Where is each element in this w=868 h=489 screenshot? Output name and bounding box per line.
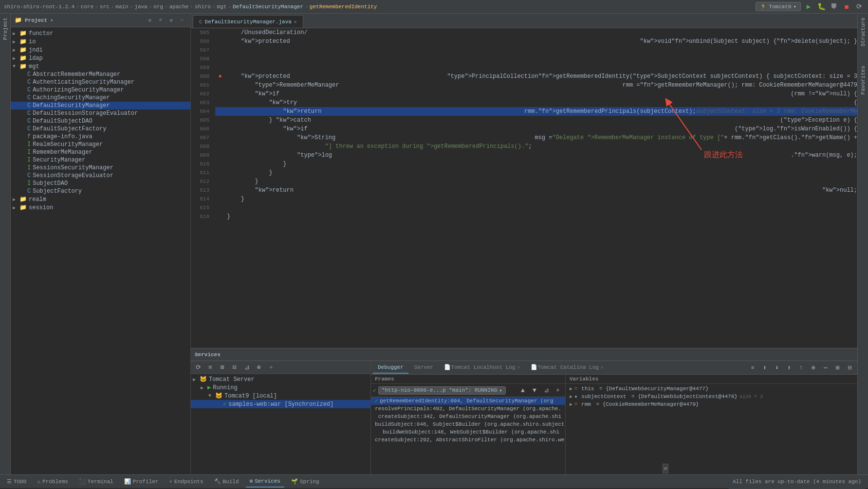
tree-item-functor[interactable]: ▶ 📁 functor	[11, 29, 190, 37]
code-line-610: 610 }	[191, 160, 857, 168]
samples-web-item[interactable]: ✓ samples-web:war [Synchronized]	[191, 400, 370, 408]
frame-item-1[interactable]: resolvePrincipals:492, DefaultSecurityMa…	[371, 405, 565, 413]
frame-item-2[interactable]: createSubject:342, DefaultSecurityManage…	[371, 413, 565, 420]
breadcrumb-part[interactable]: mgt	[217, 4, 227, 10]
tomcat-server-item[interactable]: ▶ 🐱 Tomcat Server	[191, 375, 370, 383]
breadcrumb-file[interactable]: DefaultSecurityManager	[233, 4, 303, 10]
pin-icon[interactable]: ⊕	[254, 362, 264, 373]
tree-item-remembermemanager[interactable]: I RememberMeManager	[11, 148, 190, 156]
tree-item-subjectdao[interactable]: I SubjectDAO	[11, 180, 190, 187]
frames-down[interactable]: ▼	[529, 385, 540, 396]
tab-close-icon[interactable]: ✕	[294, 19, 297, 25]
breadcrumb-part[interactable]: java	[134, 4, 147, 10]
code-container[interactable]: 595 /UnusedDeclaration/596 "kw">protecte…	[191, 28, 857, 348]
running-item[interactable]: ▶ ▶ Running	[191, 383, 370, 392]
tree-item-package-info-java[interactable]: f package-info.java	[11, 133, 190, 141]
dbg-icon-3[interactable]: ⊟	[845, 362, 855, 373]
bottom-tab-profiler[interactable]: 📊 Profiler	[120, 476, 163, 488]
tomcat9-item[interactable]: ▼ 🐱 Tomcat9 [local]	[191, 392, 370, 400]
run-button[interactable]: ▶	[804, 2, 813, 12]
collapse-all-icon[interactable]: ≡	[205, 362, 216, 373]
dbg-icon-1[interactable]: ≡	[747, 362, 758, 373]
tree-item-defaultsubjectdao[interactable]: C DefaultSubjectDAO	[11, 117, 190, 125]
frame-item-5[interactable]: createSubject:292, AbstractShiroFilter (…	[371, 436, 565, 444]
bottom-tab-services[interactable]: ⚙ Services	[246, 476, 284, 488]
tree-item-defaultsubjectfactory[interactable]: C DefaultSubjectFactory	[11, 125, 190, 133]
tab-tomcat-catalina-log[interactable]: 📄 Tomcat Catalina Log ✕	[526, 362, 608, 374]
tree-item-authenticatingsecuritymanager[interactable]: C AuthenticatingSecurityManager	[11, 78, 190, 86]
tree-item-abstractremembermemanager[interactable]: C AbstractRememberMeManager	[11, 71, 190, 78]
tree-item-cachingsecuritymanager[interactable]: C CachingSecurityManager	[11, 94, 190, 102]
breadcrumb-part[interactable]: shiro	[195, 4, 211, 10]
dbg-eval[interactable]: ⊕	[808, 362, 819, 373]
tree-item-defaultsecuritymanager[interactable]: C DefaultSecurityManager	[11, 102, 190, 109]
tree-item-sessionssecuritymanager[interactable]: I SessionsSecurityManager	[11, 164, 190, 172]
breadcrumb-part[interactable]: main	[115, 4, 128, 10]
breadcrumb-part[interactable]: src	[100, 4, 110, 10]
settings-icon[interactable]: ⚙	[167, 16, 176, 25]
frames-filter-icon[interactable]: ⊿	[541, 385, 552, 396]
breadcrumb-part[interactable]: org	[153, 4, 163, 10]
frames-up[interactable]: ▲	[517, 385, 528, 396]
breadcrumb-part[interactable]: core	[81, 4, 93, 10]
stop-button[interactable]: ◼	[842, 2, 851, 12]
locate-icon[interactable]: ⊕	[146, 16, 154, 25]
bottom-tab-endpoints[interactable]: ⚡ Endpoints	[165, 476, 207, 488]
running-icon: ▶	[207, 384, 211, 391]
frame-item-4[interactable]: buildWebSubject:148, WebSubject$Builder …	[371, 428, 565, 436]
tree-item-io[interactable]: ▶ 📁 io	[11, 37, 190, 46]
tree-item-defaultsessionstorageevaluator[interactable]: C DefaultSessionStorageEvaluator	[11, 109, 190, 117]
close-panel-icon[interactable]: —	[178, 16, 186, 25]
dbg-run-cursor[interactable]: ↑	[796, 362, 807, 373]
code-line-612: 612 }	[191, 177, 857, 186]
frames-add-icon[interactable]: +	[553, 385, 563, 396]
tree-item-jndi[interactable]: ▶ 📁 jndi	[11, 46, 190, 54]
tree-item-securitymanager[interactable]: I SecurityManager	[11, 156, 190, 164]
breakpoint-icon[interactable]: ●	[218, 72, 222, 81]
tree-item-ldap[interactable]: ▶ 📁 ldap	[11, 54, 190, 62]
synchronized-icon: ✓	[223, 400, 226, 408]
dbg-grid[interactable]: ⊞	[832, 362, 843, 373]
favorites-label[interactable]: Favorites	[859, 64, 867, 96]
dbg-step-over[interactable]: ⬆	[759, 362, 770, 373]
update-button[interactable]: ⟳	[854, 2, 864, 12]
tab-tomcat-localhost-log[interactable]: 📄 Tomcat Localhost Log ✕	[439, 362, 525, 374]
dbg-step-into[interactable]: ⬇	[772, 362, 782, 373]
tree-item-subjectfactory[interactable]: C SubjectFactory	[11, 187, 190, 195]
structure-label[interactable]: Structure	[859, 16, 867, 48]
tab-server[interactable]: Server	[409, 362, 439, 374]
bottom-tab-terminal[interactable]: ⬛ Terminal	[75, 476, 117, 488]
tree-item-realmsecuritymanager[interactable]: I RealmSecurityManager	[11, 141, 190, 148]
close-localhost-log[interactable]: ✕	[517, 364, 520, 370]
add-icon[interactable]: +	[266, 362, 277, 373]
run-config-dropdown[interactable]: 🏃 Tomcat9 ▾	[756, 2, 801, 11]
collapse-icon[interactable]: ≡	[156, 16, 165, 25]
group-icon[interactable]: ⊟	[229, 362, 240, 373]
dbg-icon-2[interactable]: ⋯	[820, 362, 831, 373]
coverage-button[interactable]: ⛊	[829, 2, 839, 12]
tree-item-sessionstorageevaluator[interactable]: C SessionStorageEvaluator	[11, 172, 190, 180]
tab-debugger[interactable]: Debugger	[373, 362, 408, 374]
refresh-icon[interactable]: ⟳	[193, 362, 203, 373]
tree-item-mgt[interactable]: ▼ 📁 mgt	[11, 62, 190, 71]
frame-item-3[interactable]: buildSubject:846, Subject$Builder (org.a…	[371, 420, 565, 428]
dbg-step-out[interactable]: ⬆	[784, 362, 794, 373]
bottom-tab-problems[interactable]: ⚠ Problems	[33, 476, 72, 488]
tree-item-realm[interactable]: ▶ 📁 realm	[11, 195, 190, 203]
bottom-tab-spring[interactable]: 🌱 Spring	[287, 476, 323, 488]
breadcrumb-part[interactable]: apache	[169, 4, 189, 10]
expand-all-icon[interactable]: ⊞	[217, 362, 228, 373]
breadcrumb-part[interactable]: shiro-shiro-root-1.2.4	[4, 4, 74, 10]
frame-item-0[interactable]: ✓getRememberedIdentity:604, DefaultSecur…	[371, 397, 565, 405]
editor-tab-defaultsecuritymanager[interactable]: C DefaultSecurityManager.java ✕	[193, 15, 303, 28]
debug-button[interactable]: 🐛	[816, 2, 826, 12]
frames-thread-dropdown[interactable]: *http-nio-8090-e...p *main*: RUNNING ▾	[378, 386, 506, 395]
bottom-tab-todo[interactable]: ☰ TODO	[3, 476, 30, 488]
tree-item-authorizingsecuritymanager[interactable]: C AuthorizingSecurityManager	[11, 86, 190, 94]
project-strip-label[interactable]: Project	[1, 16, 9, 42]
breadcrumb-method[interactable]: getRememberedIdentity	[310, 4, 377, 10]
tree-item-session[interactable]: ▶ 📁 session	[11, 203, 190, 212]
close-catalina-log[interactable]: ✕	[601, 364, 604, 370]
filter-icon[interactable]: ⊿	[241, 362, 252, 373]
bottom-tab-build[interactable]: 🔨 Build	[210, 476, 243, 488]
